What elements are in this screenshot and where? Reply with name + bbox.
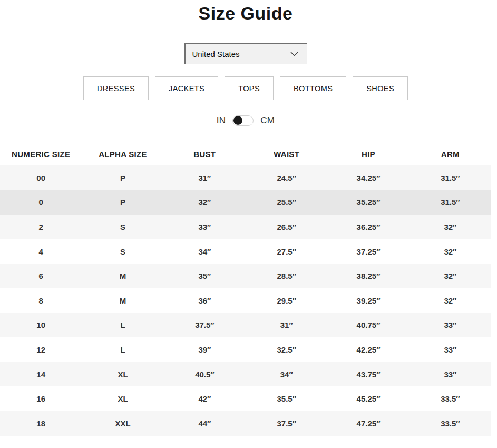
table-row[interactable]: 4S34″27.5″37.25″32″ [0,239,491,264]
table-cell: 00 [0,165,82,190]
table-cell: 32″ [410,288,491,313]
table-cell: 33″ [164,215,246,239]
country-select[interactable]: United States [184,43,307,64]
chevron-down-icon [290,52,298,56]
table-row[interactable]: 00P31″24.5″34.25″31.5″ [0,165,491,190]
table-cell: 10 [0,313,82,338]
table-cell: 25.5″ [246,190,327,215]
table-cell: 32.5″ [246,337,327,362]
table-cell: 33″ [410,337,491,362]
table-cell: 32″ [410,264,491,288]
table-cell: 39.25″ [327,288,409,313]
country-select-value: United States [192,50,240,59]
table-cell: P [82,165,163,190]
table-row[interactable]: 6M35″28.5″38.25″32″ [0,264,491,288]
table-row[interactable]: 0P32″25.5″35.25″31.5″ [0,190,491,215]
table-cell: 34.25″ [327,165,409,190]
table-cell: XL [82,386,163,411]
table-cell: 44″ [164,411,246,436]
size-table: NUMERIC SIZEALPHA SIZEBUSTWAISTHIPARM 00… [0,144,491,436]
category-button-shoes[interactable]: SHOES [353,76,408,100]
category-button-tops[interactable]: TOPS [225,76,274,100]
table-cell: XXL [82,411,163,436]
table-cell: P [82,190,163,215]
table-cell: S [82,239,163,264]
table-cell: 35″ [164,264,246,288]
table-cell: S [82,215,163,239]
table-cell: 39″ [164,337,246,362]
table-cell: 29.5″ [246,288,327,313]
column-header: HIP [327,144,409,165]
table-cell: 37.25″ [327,239,409,264]
table-cell: 47.25″ [327,411,409,436]
category-button-dresses[interactable]: DRESSES [83,76,149,100]
table-cell: 37.5″ [164,313,246,338]
category-button-jackets[interactable]: JACKETS [155,76,218,100]
unit-label-cm: CM [260,115,275,126]
table-row[interactable]: 2S33″26.5″36.25″32″ [0,215,491,239]
table-cell: 40.75″ [327,313,409,338]
table-cell: 33″ [410,313,491,338]
table-cell: 31″ [164,165,246,190]
table-cell: 32″ [410,215,491,239]
table-cell: 42.25″ [327,337,409,362]
table-cell: 0 [0,190,82,215]
table-cell: 35.25″ [327,190,409,215]
table-cell: 40.5″ [164,362,246,387]
table-cell: 34″ [246,362,327,387]
table-header-row: NUMERIC SIZEALPHA SIZEBUSTWAISTHIPARM [0,144,491,165]
table-row[interactable]: 14XL40.5″34″43.75″33″ [0,362,491,387]
table-cell: 43.75″ [327,362,409,387]
column-header: ALPHA SIZE [82,144,163,165]
table-row[interactable]: 12L39″32.5″42.25″33″ [0,337,491,362]
table-cell: 33.5″ [410,411,491,436]
table-cell: 2 [0,215,82,239]
column-header: NUMERIC SIZE [0,144,82,165]
table-cell: 4 [0,239,82,264]
unit-label-in: IN [217,115,226,126]
table-cell: L [82,313,163,338]
table-cell: 16 [0,386,82,411]
country-select-row: United States [0,43,491,64]
table-cell: 24.5″ [246,165,327,190]
table-cell: 31.5″ [410,165,491,190]
table-row[interactable]: 16XL42″35.5″45.25″33.5″ [0,386,491,411]
table-cell: 35.5″ [246,386,327,411]
unit-toggle-switch[interactable] [232,115,254,126]
table-cell: 45.25″ [327,386,409,411]
column-header: BUST [164,144,246,165]
table-cell: M [82,288,163,313]
column-header: ARM [410,144,491,165]
table-cell: 12 [0,337,82,362]
table-cell: 18 [0,411,82,436]
table-cell: L [82,337,163,362]
category-tabs: DRESSES JACKETS TOPS BOTTOMS SHOES [0,76,491,100]
table-cell: 28.5″ [246,264,327,288]
table-cell: 6 [0,264,82,288]
table-cell: 38.25″ [327,264,409,288]
size-guide-panel: Size Guide United States DRESSES JACKETS… [0,3,491,436]
table-cell: 14 [0,362,82,387]
unit-toggle-row: IN CM [0,115,491,126]
table-row[interactable]: 18XXL44″37.5″47.25″33.5″ [0,411,491,436]
table-cell: XL [82,362,163,387]
table-cell: 32″ [410,239,491,264]
table-row[interactable]: 8M36″29.5″39.25″32″ [0,288,491,313]
table-cell: 26.5″ [246,215,327,239]
category-button-bottoms[interactable]: BOTTOMS [280,76,346,100]
table-cell: 34″ [164,239,246,264]
table-row[interactable]: 10L37.5″31″40.75″33″ [0,313,491,338]
table-cell: M [82,264,163,288]
table-cell: 33″ [410,362,491,387]
table-cell: 37.5″ [246,411,327,436]
toggle-knob-icon [233,116,242,125]
table-cell: 42″ [164,386,246,411]
table-cell: 8 [0,288,82,313]
table-cell: 36.25″ [327,215,409,239]
table-cell: 31.5″ [410,190,491,215]
column-header: WAIST [246,144,327,165]
table-cell: 33.5″ [410,386,491,411]
table-cell: 36″ [164,288,246,313]
size-table-body: 00P31″24.5″34.25″31.5″0P32″25.5″35.25″31… [0,165,491,436]
table-cell: 31″ [246,313,327,338]
